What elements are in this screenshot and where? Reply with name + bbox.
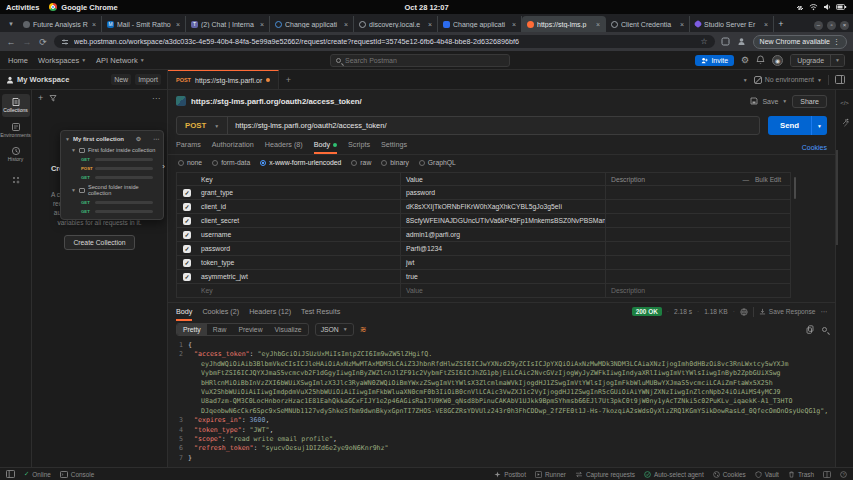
checkbox-checked-icon[interactable]: ✓ xyxy=(183,217,191,225)
browser-tab[interactable]: Studio Server Er× xyxy=(690,16,774,32)
environment-selector[interactable]: No environment ▼ xyxy=(754,76,822,84)
nav-api-network[interactable]: API Network▼ xyxy=(96,56,145,65)
toggle-sidebar-icon[interactable] xyxy=(6,470,15,478)
code-snippet-icon[interactable]: </> xyxy=(840,100,849,106)
minimize-button[interactable]: – xyxy=(814,21,823,30)
console-button[interactable]: Console xyxy=(60,471,94,478)
checkbox-checked-icon[interactable]: ✓ xyxy=(183,259,191,267)
row-description[interactable] xyxy=(606,186,790,199)
statusbar-cookies[interactable]: Cookies xyxy=(713,471,746,478)
row-value[interactable]: 8ScfyWFEINAJDGUncUTIvVa6kP45Fp1MnkemsBSZ… xyxy=(401,214,606,227)
view-raw[interactable]: Raw xyxy=(207,324,233,335)
search-input[interactable] xyxy=(345,57,504,64)
value-placeholder[interactable]: Value xyxy=(401,284,606,297)
request-settings-icon[interactable] xyxy=(840,118,849,127)
response-more-icon[interactable]: ⋯ xyxy=(820,308,827,316)
beautify-icon[interactable]: ≋ xyxy=(360,325,367,334)
row-key[interactable]: grant_type xyxy=(197,186,401,199)
back-button[interactable]: ← xyxy=(6,37,16,47)
tab-settings[interactable]: Settings xyxy=(381,140,407,154)
statusbar-capture-requests[interactable]: Capture requests xyxy=(575,471,635,478)
browser-tab[interactable]: MMail - Smit Ratho× xyxy=(102,16,186,32)
popup-folder[interactable]: ▼Second folder inside collection xyxy=(65,182,159,198)
close-tab-icon[interactable]: × xyxy=(344,21,348,28)
table-row[interactable]: ✓client_secret8ScfyWFEINAJDGUncUTIvVa6kP… xyxy=(177,214,790,228)
profile-icon[interactable] xyxy=(737,37,746,46)
checkbox-checked-icon[interactable]: ✓ xyxy=(183,231,191,239)
open-new-request-button[interactable]: + xyxy=(279,70,297,89)
tab-headers-8-[interactable]: Headers (8) xyxy=(265,140,303,154)
copy-icon[interactable] xyxy=(806,325,814,334)
row-description[interactable] xyxy=(606,214,790,227)
settings-gear-icon[interactable]: ⚙ xyxy=(741,55,749,65)
bookmark-star-icon[interactable]: ☆ xyxy=(700,37,707,46)
body-mode-binary[interactable]: binary xyxy=(381,159,409,166)
row-value[interactable]: Parfi@1234 xyxy=(401,242,606,255)
popup-request[interactable]: GET xyxy=(65,198,159,207)
browser-tab[interactable]: T(2) Chat | Interna× xyxy=(186,16,270,32)
sidebar-more-icon[interactable] xyxy=(2,172,30,188)
collapse-chevron-icon[interactable]: ▼ xyxy=(65,136,70,142)
scrollbar[interactable] xyxy=(836,150,838,245)
key-placeholder[interactable]: Key xyxy=(197,284,401,297)
row-description[interactable] xyxy=(606,200,790,213)
response-tab-cookies-2-[interactable]: Cookies (2) xyxy=(202,303,239,321)
row-description[interactable] xyxy=(606,228,790,241)
row-key[interactable]: username xyxy=(197,228,401,241)
row-key[interactable]: asymmetric_jwt xyxy=(197,270,401,283)
panel-more-icon[interactable]: ⋯ xyxy=(152,94,161,103)
tab-scripts[interactable]: Scripts xyxy=(348,140,370,154)
collection-more-icon[interactable]: ⋯ xyxy=(153,135,159,142)
user-avatar[interactable]: ◉ xyxy=(772,55,783,66)
omnibox[interactable]: ☆ xyxy=(54,35,715,48)
sidebar-item-history[interactable]: History xyxy=(2,143,30,166)
clock[interactable]: Oct 28 12:07 xyxy=(404,3,448,12)
statusbar-vault[interactable]: Vault xyxy=(755,471,779,478)
request-url-input[interactable] xyxy=(228,117,759,134)
table-row[interactable]: ✓client_iddK8sXXIjTkORNbFIKrW0hXagXhkCYB… xyxy=(177,200,790,214)
row-key[interactable]: password xyxy=(197,242,401,255)
row-key[interactable]: client_secret xyxy=(197,214,401,227)
response-size[interactable]: 1.18 KB xyxy=(704,308,727,315)
checkbox-checked-icon[interactable]: ✓ xyxy=(183,245,191,253)
close-tab-icon[interactable]: × xyxy=(764,21,768,28)
extensions-icon[interactable] xyxy=(721,37,730,46)
filter-icon[interactable] xyxy=(49,94,57,102)
popup-request[interactable]: POST xyxy=(65,164,159,173)
row-key[interactable]: client_id xyxy=(197,200,401,213)
collection-name[interactable]: My first collection xyxy=(73,136,124,142)
method-selector[interactable]: POST ▼ xyxy=(177,117,228,134)
send-options-chevron[interactable]: ▼ xyxy=(811,116,827,135)
cookies-link[interactable]: Cookies xyxy=(802,144,827,154)
close-tab-icon[interactable]: × xyxy=(428,21,432,28)
save-options-chevron-icon[interactable]: ▼ xyxy=(782,98,787,104)
upgrade-button[interactable]: Upgrade ▼ xyxy=(790,54,845,67)
body-mode-x-www-form-urlencoded[interactable]: x-www-form-urlencoded xyxy=(260,159,341,166)
request-title[interactable]: https://stg-lms.parfi.org/oauth2/access_… xyxy=(191,97,745,106)
import-button[interactable]: Import xyxy=(135,74,161,85)
close-tab-icon[interactable]: × xyxy=(260,21,264,28)
body-mode-raw[interactable]: raw xyxy=(351,159,371,166)
table-empty-row[interactable]: Key Value Description xyxy=(177,284,790,298)
view-visualize[interactable]: Visualize xyxy=(269,324,308,335)
maximize-button[interactable]: ▫ xyxy=(827,21,836,30)
row-value[interactable]: jwt xyxy=(401,256,606,269)
system-tray[interactable] xyxy=(449,3,847,11)
statusbar-runner[interactable]: Runner xyxy=(535,471,566,478)
row-description[interactable] xyxy=(606,256,790,269)
chevron-down-icon[interactable]: ▼ xyxy=(830,55,844,66)
forward-button[interactable]: → xyxy=(22,37,32,47)
invite-button[interactable]: Invite xyxy=(695,55,734,66)
checkbox-checked-icon[interactable]: ✓ xyxy=(183,189,191,197)
split-pane-icon[interactable] xyxy=(823,471,831,478)
global-search[interactable] xyxy=(330,54,510,67)
table-row[interactable]: ✓usernameadmin1@parfi.org xyxy=(177,228,790,242)
response-tab-test-results[interactable]: Test Results xyxy=(301,303,340,321)
bulk-edit-button[interactable]: —Bulk Edit xyxy=(742,176,785,183)
popup-folder[interactable]: ▼First folder inside collection xyxy=(65,145,159,155)
response-format-dropdown[interactable]: JSON ▼ xyxy=(315,323,354,336)
row-value[interactable]: true xyxy=(401,270,606,283)
popup-request[interactable]: GET xyxy=(65,155,159,164)
response-tab-body[interactable]: Body xyxy=(176,303,192,321)
statusbar-trash[interactable]: Trash xyxy=(788,471,814,478)
